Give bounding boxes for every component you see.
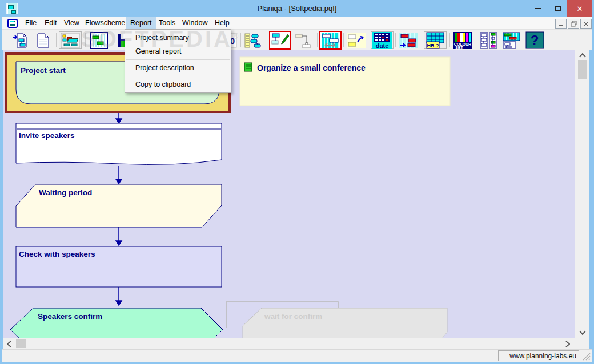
- toolbar-edit-flowscheme-button[interactable]: [269, 31, 291, 50]
- link-boxes-icon: [295, 33, 313, 48]
- scroll-down-arrow[interactable]: [575, 329, 590, 337]
- new-document-icon: [34, 33, 51, 48]
- mdi-child-icon: [7, 19, 18, 28]
- colour-set-icon: COLOUR SET: [453, 32, 472, 49]
- mdi-restore-icon: [571, 21, 577, 27]
- gantt-view-icon: [90, 32, 108, 49]
- export-flowscheme-icon: [12, 33, 29, 48]
- svg-text:Invite speakers: Invite speakers: [19, 131, 75, 140]
- vertical-scrollbar[interactable]: [575, 50, 589, 338]
- menu-flowscheme[interactable]: Flowscheme: [81, 17, 130, 29]
- shape-wait-for-confirm[interactable]: wait for confirm: [243, 308, 447, 338]
- date-settings-icon: date: [372, 32, 392, 49]
- mdi-close-icon: [583, 21, 589, 27]
- svg-text:HR ?: HR ?: [427, 43, 439, 48]
- maximize-button[interactable]: [548, 0, 567, 17]
- menu-separator: [126, 59, 230, 60]
- toolbar-reorder-boxes-button[interactable]: [346, 31, 367, 49]
- toolbar-link-boxes-button[interactable]: [293, 31, 315, 49]
- svg-text:?: ?: [531, 33, 539, 48]
- scroll-up-arrow[interactable]: [575, 51, 590, 59]
- report-dropdown-menu: Project summary General report Project d…: [125, 29, 231, 93]
- scroll-right-arrow[interactable]: [563, 338, 572, 349]
- toolbar-gantt-view-button[interactable]: [88, 31, 110, 49]
- reorder-boxes-icon: [347, 33, 366, 48]
- shift-boxes-icon: [399, 33, 418, 48]
- menu-separator: [126, 76, 230, 76]
- close-icon: ✕: [577, 5, 583, 13]
- planiqa-window: Planiqa - [Softpedia.pqf] ✕ File Edit Vi…: [0, 0, 594, 364]
- toolbar-open-file-button[interactable]: [59, 31, 82, 49]
- hr-resources-icon: HR ?: [426, 32, 445, 49]
- menu-window[interactable]: Window: [178, 17, 212, 29]
- resize-grip[interactable]: [581, 351, 591, 361]
- svg-text:wait for confirm: wait for confirm: [264, 312, 322, 321]
- toolbar-timeline-view-button[interactable]: [319, 31, 342, 50]
- shape-waiting-period[interactable]: Waiting period: [16, 184, 222, 227]
- menu-item-general-report[interactable]: General report: [125, 45, 231, 58]
- edit-flowscheme-icon: [271, 33, 289, 48]
- toolbar-date-settings-button[interactable]: date: [371, 31, 394, 49]
- minimize-icon: [535, 8, 541, 9]
- svg-text:Project start: Project start: [21, 66, 66, 75]
- flowscheme-compare-icon: [480, 32, 498, 49]
- menu-report[interactable]: Report: [126, 17, 156, 29]
- shape-invite-speakers[interactable]: Invite speakers: [16, 123, 222, 164]
- close-button[interactable]: ✕: [567, 0, 592, 17]
- open-file-icon: [61, 33, 80, 48]
- statusbar: www.planning-labs.eu: [2, 349, 592, 362]
- svg-text:date: date: [376, 42, 389, 49]
- scroll-left-arrow[interactable]: [5, 338, 14, 349]
- minimize-button[interactable]: [528, 0, 548, 17]
- flowscheme-canvas[interactable]: Project start Invite speakers Waiting pe…: [3, 50, 575, 338]
- svg-text:SET: SET: [455, 46, 463, 49]
- horizontal-scroll-thumb[interactable]: [16, 339, 26, 348]
- timeline-view-icon: [322, 33, 339, 48]
- mdi-minimize-icon: [558, 21, 564, 27]
- help-icon: ?: [525, 31, 544, 49]
- maximize-icon: [555, 6, 561, 11]
- svg-text:Organize a small conference: Organize a small conference: [257, 63, 366, 72]
- subchart-view-icon: [502, 32, 521, 49]
- menu-file[interactable]: File: [21, 17, 41, 29]
- scrollbar-corner: [575, 338, 589, 349]
- mdi-minimize-button[interactable]: [555, 19, 567, 29]
- toolbar-shift-boxes-button[interactable]: [398, 31, 419, 49]
- menu-item-project-summary[interactable]: Project summary: [125, 31, 231, 45]
- toolbar-new-document-button[interactable]: [33, 31, 53, 49]
- svg-text:Check with speakers: Check with speakers: [19, 250, 95, 258]
- menubar: File Edit View Flowscheme Report Tools W…: [2, 17, 592, 30]
- menu-item-project-description[interactable]: Project description: [125, 61, 231, 75]
- toolbar-export-flowscheme-button[interactable]: [10, 31, 31, 49]
- svg-text:Waiting period: Waiting period: [39, 188, 92, 197]
- menu-edit[interactable]: Edit: [40, 17, 62, 29]
- mdi-close-button[interactable]: [580, 19, 592, 29]
- flowscheme-svg: Project start Invite speakers Waiting pe…: [3, 50, 575, 338]
- window-title: Planiqa - [Softpedia.pqf]: [0, 0, 594, 17]
- toolbar-hr-resources-button[interactable]: HR ?: [424, 31, 447, 49]
- shape-check-with-speakers[interactable]: Check with speakers: [16, 246, 222, 287]
- shape-speakers-confirm[interactable]: Speakers confirm: [10, 308, 223, 338]
- horizontal-scrollbar[interactable]: [3, 338, 575, 349]
- svg-text:Speakers confirm: Speakers confirm: [38, 312, 102, 321]
- vertical-scroll-thumb[interactable]: [578, 60, 587, 79]
- toolbar-colour-set-button[interactable]: COLOUR SET: [452, 31, 473, 49]
- project-note[interactable]: Organize a small conference: [240, 57, 450, 106]
- menu-help[interactable]: Help: [210, 17, 234, 29]
- status-url: www.planning-labs.eu: [498, 350, 579, 361]
- flowscheme-list-icon: [244, 33, 263, 48]
- toolbar-help-button[interactable]: ?: [524, 31, 545, 49]
- menu-item-copy-to-clipboard[interactable]: Copy to clipboard: [125, 78, 231, 91]
- mdi-restore-button[interactable]: [568, 19, 579, 29]
- menu-tools[interactable]: Tools: [154, 17, 180, 29]
- titlebar: Planiqa - [Softpedia.pqf] ✕: [0, 0, 594, 17]
- toolbar-flowscheme-compare-button[interactable]: [478, 31, 500, 49]
- note-document-icon: [244, 63, 252, 71]
- toolbar: 0: [2, 30, 592, 50]
- toolbar-subchart-view-button[interactable]: [500, 31, 523, 49]
- toolbar-flowscheme-list-button[interactable]: [243, 31, 264, 49]
